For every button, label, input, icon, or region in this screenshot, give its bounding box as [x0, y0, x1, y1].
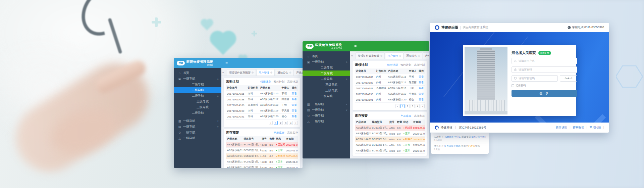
page-button[interactable]: ›: [421, 104, 425, 108]
column-header: 产品名称: [387, 68, 408, 74]
stock-link[interactable]: 高值库存: [287, 131, 298, 135]
pagination: ‹1234›: [226, 121, 298, 125]
footer-link[interactable]: 常见问题: [590, 126, 601, 130]
sidebar-item-icon: ⊙: [178, 131, 181, 134]
plan-link[interactable]: 领用计划: [260, 80, 271, 84]
view-link[interactable]: 查看: [419, 81, 424, 84]
sidebar-item-label: 一级导航: [183, 125, 195, 129]
sidebar-item[interactable]: ▤ 一级导航 ∨: [303, 107, 350, 113]
sidebar-item[interactable]: ▣ 一级导航 ∧: [303, 59, 350, 65]
sidebar-item-label: 二级导航: [321, 94, 333, 98]
sidebar-item[interactable]: ▦ 一级导航 ∨: [303, 101, 350, 107]
view-link[interactable]: 查看: [292, 115, 297, 118]
notification-item[interactable]: 付小小 在 5 月日常小需求 更新至已发布状态 3 天前: [434, 143, 486, 152]
sidebar-item[interactable]: 二级导航 ∧: [303, 76, 350, 82]
sidebar-item-label: 首页: [183, 71, 189, 75]
collapse-tabs-icon[interactable]: «: [351, 54, 356, 57]
sidebar-item[interactable]: ▦ 一级导航 ∨: [174, 118, 221, 124]
footer-link[interactable]: 密钥驱动: [573, 126, 584, 130]
hamburger-menu-icon[interactable]: ≡: [354, 44, 357, 49]
view-link[interactable]: 查看: [419, 98, 424, 101]
page-button[interactable]: ‹: [269, 121, 273, 125]
view-link[interactable]: 查看: [292, 98, 297, 101]
view-link[interactable]: 查看: [419, 87, 424, 90]
sidebar-item[interactable]: △ 一级导航: [303, 119, 350, 124]
page-button[interactable]: 4: [289, 121, 293, 125]
hamburger-menu-icon[interactable]: ≡: [225, 61, 228, 65]
stock-card: 库存预警 产品库存高值库存 产品名称规格型号批号数量状态有效期: [353, 112, 427, 156]
view-link[interactable]: 查看: [292, 103, 297, 106]
sidebar-item[interactable]: 二级导航: [303, 65, 350, 70]
view-link[interactable]: 查看: [292, 109, 297, 112]
tab[interactable]: 通知公告 ◎: [404, 52, 422, 59]
login-button[interactable]: 登 录: [512, 90, 577, 97]
collapse-tabs-icon[interactable]: «: [222, 71, 227, 74]
plan-link[interactable]: 高值计划: [414, 63, 425, 67]
password-input[interactable]: [519, 68, 575, 71]
sidebar-item-label: 首页: [312, 54, 318, 58]
tab[interactable]: 用户管理 ◎: [385, 52, 404, 59]
sidebar-item[interactable]: 三级导航: [174, 99, 221, 104]
captcha-input[interactable]: [519, 77, 555, 80]
plan-link[interactable]: 领用计划: [387, 63, 398, 67]
page-button[interactable]: 3: [411, 104, 415, 108]
page-button[interactable]: ›: [294, 121, 298, 125]
page-button[interactable]: ‹: [395, 104, 399, 108]
plan-link[interactable]: 预约计划: [274, 80, 284, 84]
tab-bar: « 资质证件效期预警 ◎ 用户管理 ◎: [221, 68, 303, 76]
column-header: 数量: [396, 120, 402, 125]
tab[interactable]: 用户管理 ◎: [256, 69, 275, 76]
plan-link[interactable]: 高值计划: [287, 80, 298, 84]
tab[interactable]: 资质证件效期预警 ◎: [227, 69, 256, 76]
view-link[interactable]: 查看: [292, 92, 297, 95]
captcha-question[interactable]: 6+8=?: [560, 75, 577, 82]
page-button[interactable]: 4: [416, 104, 420, 108]
tab-bar: « 资质证件效期预警 ◎ 用户管理 ◎: [350, 51, 429, 59]
page-button[interactable]: 3: [284, 121, 288, 125]
sidebar-item-label: 一级导航: [183, 136, 195, 140]
page-button[interactable]: 2: [279, 121, 283, 125]
sidebar-item[interactable]: 二级导航: [174, 87, 221, 93]
app-subtitle: 临床科室端: [315, 47, 342, 49]
tab-label: 资质证件效期预警: [229, 71, 251, 75]
tab[interactable]: 产品分类设置 ◎: [423, 52, 429, 59]
medical-cross-icon: [152, 17, 161, 27]
tab[interactable]: 资质证件效期预警 ◎: [356, 52, 385, 59]
login-footer: 博健科技 ｜ 冀ICP备13022385号 操作说明| 密钥驱动| 常见问题|: [430, 123, 609, 133]
sidebar-item[interactable]: ⊙ 一级导航: [303, 113, 350, 119]
page-button[interactable]: 1: [400, 104, 405, 108]
tab[interactable]: 通知公告 ◎: [275, 69, 293, 76]
sidebar-item[interactable]: ▤ 一级导航 ∨: [174, 124, 221, 130]
page-button[interactable]: 1: [274, 121, 278, 125]
page-button[interactable]: 2: [406, 104, 410, 108]
stock-link[interactable]: 高值库存: [414, 114, 425, 118]
window-admin-clinical: 博健 医院物资管理系统 临床科室端 ≡ ⌂ 首页: [303, 41, 429, 158]
view-link[interactable]: 查看: [419, 75, 424, 78]
sidebar-item[interactable]: 二级导航: [303, 70, 350, 76]
tab-label: 通知公告: [277, 71, 288, 75]
notification-item[interactable]: 朱老师 在 风暴精英小分队 新建项目 5月日常小需求 5 小时前: [434, 134, 486, 143]
sidebar-item[interactable]: 三级导航: [303, 88, 350, 93]
app-subtitle: 管理端: [186, 64, 213, 66]
sidebar-item[interactable]: 二级导航: [174, 82, 221, 87]
stock-link[interactable]: 产品库存: [274, 131, 284, 135]
sidebar-item[interactable]: △ 一级导航: [174, 135, 221, 141]
tab[interactable]: 产品分类设置 ◎: [294, 69, 303, 76]
sidebar-item[interactable]: ⌂ 首页: [303, 53, 350, 59]
footer-link[interactable]: 操作说明: [556, 126, 567, 130]
stock-link[interactable]: 产品库存: [400, 114, 411, 118]
sidebar-item[interactable]: 二级导航 ∧: [174, 93, 221, 99]
sidebar-item[interactable]: 二级导航: [174, 110, 221, 116]
username-input[interactable]: [519, 59, 575, 62]
sidebar-item[interactable]: ▣ 一级导航 ∧: [174, 76, 221, 82]
sidebar-item[interactable]: 二级导航: [303, 93, 350, 99]
sidebar-item[interactable]: ⌂ 首页: [174, 70, 221, 76]
view-link[interactable]: 查看: [419, 92, 424, 95]
column-header: 订货科室: [375, 68, 387, 74]
sidebar-item[interactable]: ⊙ 一级导航: [174, 130, 221, 135]
sidebar-item[interactable]: 三级导航: [174, 104, 221, 110]
remember-checkbox[interactable]: [512, 84, 514, 87]
sidebar-item-label: 一级导航: [312, 60, 324, 64]
plan-link[interactable]: 预约计划: [400, 63, 411, 67]
sidebar-item[interactable]: 三级导航: [303, 82, 350, 88]
